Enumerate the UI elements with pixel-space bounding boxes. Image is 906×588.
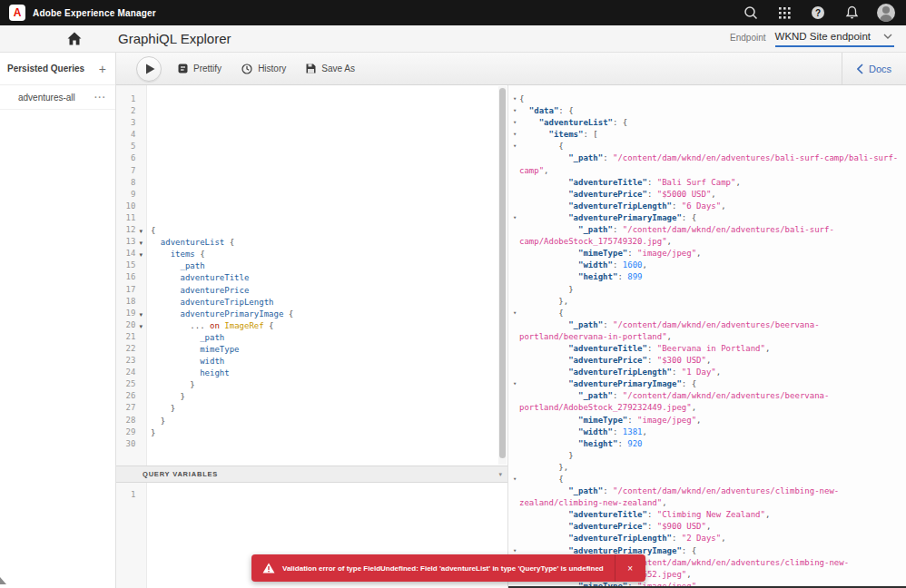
variables-caret-icon: ▾ <box>498 471 502 478</box>
sidebar-header: Persisted Queries + <box>0 53 115 85</box>
prettify-icon <box>178 64 188 74</box>
fold-arrow-slot <box>135 391 146 403</box>
fold-arrow-icon[interactable]: ▾ <box>510 378 519 390</box>
scrollbar-thumb[interactable] <box>499 88 506 458</box>
line-number: 1 <box>116 94 135 106</box>
fold-arrow-icon[interactable]: ▾ <box>135 249 146 260</box>
fold-arrow-slot <box>135 130 146 142</box>
editor-scrollbar[interactable] <box>498 86 507 465</box>
code-line[interactable]: width <box>151 356 507 368</box>
fold-arrow-icon[interactable]: ▾ <box>510 308 519 319</box>
result-line: ▾ "data": { <box>510 105 906 117</box>
code-line[interactable]: adventureList { <box>151 237 507 249</box>
home-icon[interactable] <box>67 32 82 45</box>
item-menu-icon[interactable]: ··· <box>94 93 106 103</box>
user-avatar[interactable] <box>877 4 895 22</box>
code-line[interactable] <box>151 153 507 165</box>
help-icon[interactable]: ? <box>810 5 826 21</box>
fold-arrow-icon[interactable]: ▾ <box>510 117 519 129</box>
code-line[interactable]: adventurePrimaryImage { <box>151 309 507 320</box>
fold-arrow-slot <box>510 248 519 260</box>
code-line[interactable] <box>151 201 507 213</box>
gutter-line: 30 <box>116 439 146 451</box>
save-as-button[interactable]: Save As <box>306 64 355 74</box>
line-number: 21 <box>116 332 135 344</box>
add-query-button[interactable]: + <box>99 63 106 75</box>
result-text: { <box>519 141 904 152</box>
gutter-line: 4 <box>116 130 146 142</box>
code-line[interactable] <box>151 190 507 201</box>
line-number: 22 <box>116 344 135 356</box>
query-variables-header[interactable]: QUERY VARIABLES ▾ <box>116 466 507 483</box>
fold-arrow-icon[interactable]: ▾ <box>135 309 146 320</box>
code-line[interactable]: adventurePrice <box>151 285 507 297</box>
result-line: "adventureTripLength": "6 Days", <box>510 201 906 212</box>
top-nav-bar: A Adobe Experience Manager ? <box>0 0 906 25</box>
result-text: "adventureTitle": "Bali Surf Camp", <box>519 177 904 189</box>
code-line[interactable] <box>151 118 507 130</box>
code-line[interactable]: } <box>151 391 507 403</box>
fold-arrow-icon[interactable]: ▾ <box>135 320 146 332</box>
code-line[interactable]: } <box>151 427 507 439</box>
fold-arrow-icon[interactable]: ▾ <box>510 129 519 141</box>
code-line[interactable]: } <box>151 416 507 427</box>
code-line[interactable]: adventureTripLength <box>151 297 507 309</box>
fold-arrow-icon[interactable]: ▾ <box>510 474 519 485</box>
code-line[interactable] <box>151 130 507 142</box>
execute-query-button[interactable] <box>136 56 162 82</box>
fold-arrow-slot <box>510 533 519 544</box>
fold-arrow-icon[interactable]: ▾ <box>135 237 146 249</box>
toast-close-button[interactable]: × <box>615 554 645 582</box>
result-text: "mimeType": "image/jpeg", <box>519 415 904 426</box>
result-line: ▾ "adventurePrimaryImage": { <box>510 378 906 390</box>
result-text: } <box>519 284 904 296</box>
sidebar-item-adventures-all[interactable]: adventures-all ··· <box>0 85 115 110</box>
result-line: "mimeType": "image/jpeg", <box>510 248 906 260</box>
result-text: "width": 1381, <box>519 426 904 438</box>
fold-arrow-icon[interactable]: ▾ <box>510 105 519 117</box>
code-line[interactable] <box>151 439 507 451</box>
code-line[interactable]: _path <box>151 260 507 272</box>
code-line[interactable] <box>151 94 507 106</box>
docs-toggle-button[interactable]: Docs <box>842 53 906 84</box>
code-line[interactable] <box>151 213 507 225</box>
gutter-line: 10 <box>116 201 146 213</box>
code-line[interactable]: _path <box>151 332 507 344</box>
code-line[interactable]: items { <box>151 249 507 260</box>
result-text: "items": [ <box>519 129 904 141</box>
notifications-bell-icon[interactable] <box>843 5 860 21</box>
code-line[interactable]: height <box>151 368 507 379</box>
fold-arrow-icon[interactable]: ▾ <box>135 225 146 237</box>
fold-arrow-slot <box>510 284 519 296</box>
query-code-editor[interactable]: { adventureList { items { _path adventur… <box>147 85 507 466</box>
code-line[interactable] <box>151 142 507 153</box>
search-icon[interactable] <box>743 5 759 21</box>
line-number: 20 <box>116 320 135 332</box>
code-line[interactable] <box>151 178 507 190</box>
code-line[interactable]: } <box>151 379 507 391</box>
fold-arrow-slot <box>510 450 519 462</box>
fold-arrow-icon[interactable]: ▾ <box>510 212 519 224</box>
gutter-line: 17 <box>116 285 146 297</box>
code-line[interactable]: } <box>151 403 507 415</box>
code-line[interactable] <box>151 166 507 178</box>
app-switcher-icon[interactable] <box>776 5 793 21</box>
code-line[interactable]: adventureTitle <box>151 272 507 284</box>
line-number: 14 <box>116 249 135 260</box>
code-line[interactable]: ... on ImageRef { <box>151 320 507 332</box>
gutter-line: 28 <box>116 416 146 427</box>
code-line[interactable]: mimeType <box>151 344 507 356</box>
line-number: 4 <box>116 130 135 142</box>
fold-arrow-slot <box>510 201 519 212</box>
adobe-logo-icon[interactable]: A <box>9 5 25 21</box>
code-line[interactable] <box>151 106 507 118</box>
result-line: "adventurePrice": "$300 USD", <box>510 355 906 367</box>
fold-arrow-icon[interactable]: ▾ <box>510 141 519 152</box>
history-button[interactable]: History <box>241 64 286 74</box>
fold-arrow-icon[interactable]: ▾ <box>510 93 519 105</box>
prettify-button[interactable]: Prettify <box>178 64 222 74</box>
code-line[interactable]: { <box>151 225 507 237</box>
result-text: { <box>519 93 904 105</box>
gutter-line: 3 <box>116 118 146 130</box>
endpoint-select[interactable]: WKND Site endpoint <box>775 31 894 47</box>
